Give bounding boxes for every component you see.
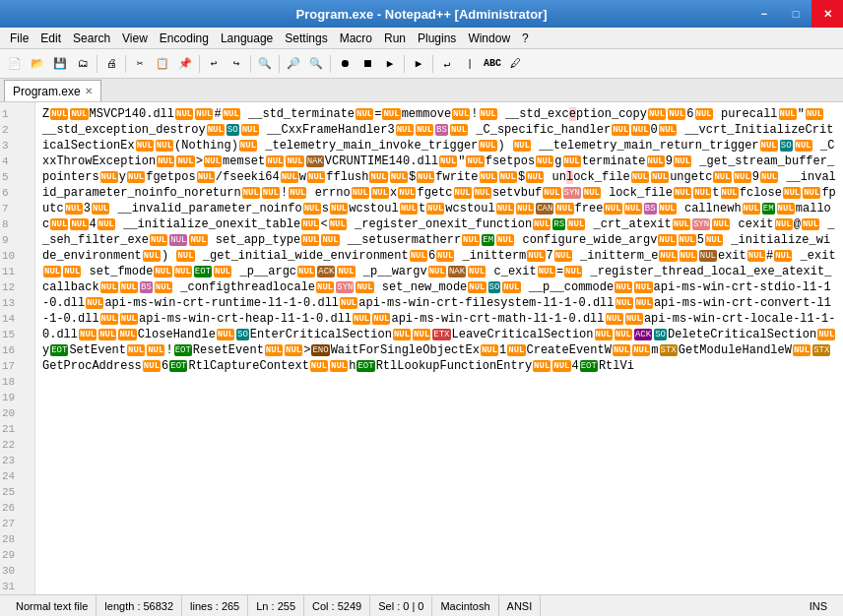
tb-cut[interactable]: ✂: [129, 53, 151, 75]
tb-save[interactable]: 💾: [49, 53, 71, 75]
menu-file[interactable]: File: [4, 31, 34, 46]
menu-settings[interactable]: Settings: [279, 31, 333, 46]
menu-help[interactable]: ?: [516, 31, 535, 46]
toolbar-separator-1: [97, 55, 97, 73]
tb-zoom-out[interactable]: 🔍: [305, 53, 327, 75]
editor: 12345 678910 1112131415 1617181920 21222…: [0, 102, 843, 594]
toolbar-separator-8: [432, 55, 433, 73]
status-col: Col : 5249: [304, 595, 370, 616]
close-button[interactable]: ✕: [811, 0, 843, 28]
menu-search[interactable]: Search: [67, 31, 116, 46]
tb-new[interactable]: 📄: [4, 53, 26, 75]
toolbar-separator-3: [199, 55, 200, 73]
menu-bar: File Edit Search View Encoding Language …: [0, 28, 843, 49]
tb-save-all[interactable]: 🗂: [72, 53, 94, 75]
menu-language[interactable]: Language: [215, 31, 279, 46]
tb-zoom-in[interactable]: 🔎: [283, 53, 304, 75]
toolbar-separator-5: [279, 55, 280, 73]
menu-encoding[interactable]: Encoding: [154, 31, 215, 46]
status-line-ending: Macintosh: [432, 595, 498, 616]
tb-extra[interactable]: 🖊: [504, 53, 526, 75]
tb-copy[interactable]: 📋: [152, 53, 173, 75]
menu-edit[interactable]: Edit: [34, 31, 67, 46]
tb-abc[interactable]: ABC: [482, 53, 503, 75]
menu-macro[interactable]: Macro: [334, 31, 378, 46]
code-editor[interactable]: ZMSVCP140.dll# __std_terminate=memmove! …: [36, 102, 843, 594]
tb-print[interactable]: 🖨: [100, 53, 122, 75]
tb-paste[interactable]: 📌: [174, 53, 196, 75]
toolbar: 📄 📂 💾 🗂 🖨 ✂ 📋 📌 ↩ ↪ 🔍 🔎 🔍 ⏺ ⏹ ▶ ▶ ↵ | AB…: [0, 49, 843, 79]
status-sel: Sel : 0 | 0: [370, 595, 432, 616]
tb-find[interactable]: 🔍: [254, 53, 276, 75]
tb-redo[interactable]: ↪: [226, 53, 247, 75]
tab-program-exe[interactable]: Program.exe ✕: [4, 80, 101, 101]
menu-view[interactable]: View: [116, 31, 154, 46]
toolbar-separator-6: [330, 55, 331, 73]
tab-label: Program.exe: [13, 85, 81, 98]
line-numbers: 12345 678910 1112131415 1617181920 21222…: [0, 102, 35, 594]
toolbar-separator-4: [250, 55, 251, 73]
tb-word-wrap[interactable]: ↵: [436, 53, 458, 75]
minimize-button[interactable]: −: [748, 0, 780, 28]
tb-open[interactable]: 📂: [27, 53, 48, 75]
status-mode: INS: [802, 595, 835, 616]
tb-run[interactable]: ▶: [408, 53, 429, 75]
status-encoding: ANSI: [499, 595, 542, 616]
toolbar-separator-2: [125, 55, 126, 73]
tb-undo[interactable]: ↩: [203, 53, 225, 75]
maximize-button[interactable]: □: [780, 0, 811, 28]
tab-bar: Program.exe ✕: [0, 79, 843, 102]
title-text: Program.exe - Notepad++ [Administrator]: [296, 7, 548, 22]
status-file-type: Normal text file: [8, 595, 97, 616]
status-bar: Normal text file length : 56832 lines : …: [0, 594, 843, 616]
tb-macro-stop[interactable]: ⏹: [357, 53, 378, 75]
menu-run[interactable]: Run: [378, 31, 412, 46]
window-controls: − □ ✕: [748, 0, 843, 28]
tb-indent-guide[interactable]: |: [459, 53, 481, 75]
title-bar: Program.exe - Notepad++ [Administrator] …: [0, 0, 843, 28]
status-ln: Ln : 255: [248, 595, 304, 616]
status-length: length : 56832: [97, 595, 182, 616]
menu-window[interactable]: Window: [462, 31, 516, 46]
tb-macro-record[interactable]: ⏺: [334, 53, 356, 75]
menu-plugins[interactable]: Plugins: [412, 31, 462, 46]
toolbar-separator-7: [404, 55, 405, 73]
tab-close-button[interactable]: ✕: [85, 86, 93, 96]
tb-macro-play[interactable]: ▶: [379, 53, 401, 75]
status-lines: lines : 265: [182, 595, 248, 616]
